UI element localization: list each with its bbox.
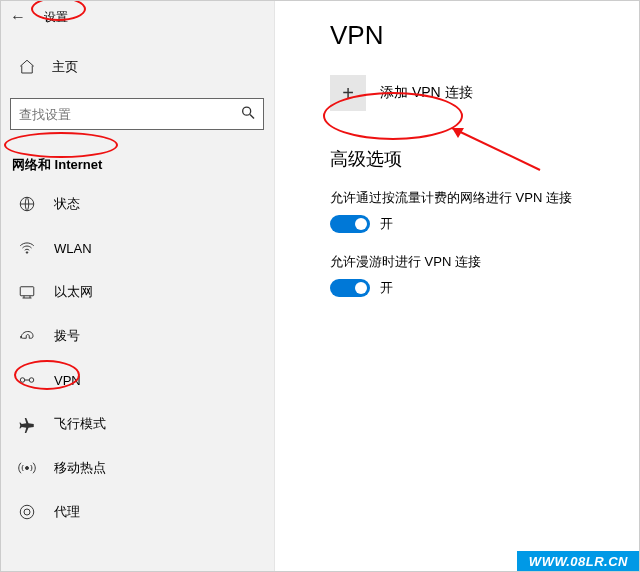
nav-label: 移动热点 (54, 459, 106, 477)
svg-point-6 (29, 378, 34, 383)
globe-icon (18, 195, 36, 213)
topbar: ← 设置 (0, 0, 274, 34)
home-icon (18, 58, 36, 76)
nav-item-vpn[interactable]: VPN (0, 358, 274, 402)
hotspot-icon (18, 459, 36, 477)
nav-item-hotspot[interactable]: 移动热点 (0, 446, 274, 490)
sidebar: ← 设置 主页 网络和 Internet 状态 WLAN (0, 0, 275, 572)
toggle-state: 开 (380, 215, 393, 233)
toggle-roaming[interactable] (330, 279, 370, 297)
option-label: 允许漫游时进行 VPN 连接 (330, 253, 640, 271)
add-vpn-button[interactable]: + 添加 VPN 连接 (330, 75, 640, 111)
ethernet-icon (18, 283, 36, 301)
back-icon[interactable]: ← (10, 8, 26, 26)
plus-icon: + (330, 75, 366, 111)
svg-line-1 (250, 115, 254, 119)
section-header: 网络和 Internet (12, 156, 274, 174)
svg-rect-4 (20, 287, 34, 296)
watermark: WWW.08LR.CN (517, 551, 640, 572)
svg-point-8 (20, 505, 34, 519)
nav-label: 飞行模式 (54, 415, 106, 433)
nav-item-airplane[interactable]: 飞行模式 (0, 402, 274, 446)
toggle-state: 开 (380, 279, 393, 297)
nav-label: 代理 (54, 503, 80, 521)
option-roaming: 允许漫游时进行 VPN 连接 开 (330, 253, 640, 297)
nav-item-proxy[interactable]: 代理 (0, 490, 274, 534)
home-button[interactable]: 主页 (0, 46, 274, 88)
main-panel: VPN + 添加 VPN 连接 高级选项 允许通过按流量计费的网络进行 VPN … (275, 0, 640, 572)
option-label: 允许通过按流量计费的网络进行 VPN 连接 (330, 189, 640, 207)
nav-item-wlan[interactable]: WLAN (0, 226, 274, 270)
wifi-icon (18, 239, 36, 257)
vpn-icon (18, 371, 36, 389)
add-vpn-label: 添加 VPN 连接 (380, 84, 473, 102)
proxy-icon (18, 503, 36, 521)
search-input[interactable] (10, 98, 264, 130)
nav-item-status[interactable]: 状态 (0, 182, 274, 226)
svg-point-3 (26, 252, 28, 254)
nav-label: VPN (54, 373, 81, 388)
window-title: 设置 (44, 9, 68, 26)
nav-item-dialup[interactable]: 拨号 (0, 314, 274, 358)
search-wrap (10, 98, 264, 130)
advanced-title: 高级选项 (330, 147, 640, 171)
airplane-icon (18, 415, 36, 433)
nav: 状态 WLAN 以太网 拨号 VPN (0, 182, 274, 534)
svg-point-0 (243, 107, 251, 115)
nav-label: 状态 (54, 195, 80, 213)
nav-label: WLAN (54, 241, 92, 256)
page-title: VPN (330, 20, 640, 51)
nav-item-ethernet[interactable]: 以太网 (0, 270, 274, 314)
option-metered: 允许通过按流量计费的网络进行 VPN 连接 开 (330, 189, 640, 233)
toggle-metered[interactable] (330, 215, 370, 233)
nav-label: 拨号 (54, 327, 80, 345)
nav-label: 以太网 (54, 283, 93, 301)
dialup-icon (18, 327, 36, 345)
svg-point-7 (26, 467, 29, 470)
svg-point-5 (20, 378, 25, 383)
svg-point-9 (24, 509, 30, 515)
search-icon[interactable] (240, 105, 256, 124)
home-label: 主页 (52, 58, 78, 76)
